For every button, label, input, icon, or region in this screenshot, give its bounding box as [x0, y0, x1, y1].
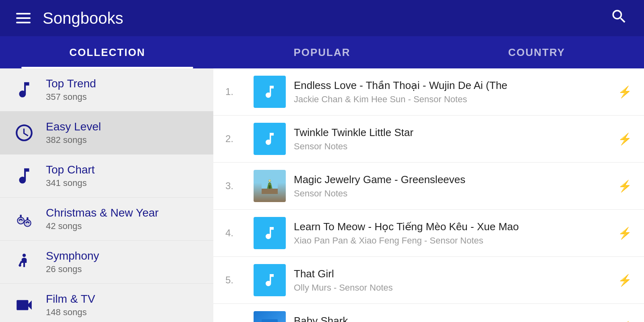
song-number: 5. — [225, 275, 246, 286]
sidebar-item-easy-level[interactable]: Easy Level 382 songs — [0, 111, 213, 155]
song-artist: Sensor Notes — [294, 141, 610, 152]
song-artist: Olly Murs - Sensor Notes — [294, 283, 610, 293]
svg-rect-13 — [262, 319, 278, 322]
song-item-1[interactable]: 1. Endless Love - Thần Thoại - Wujin De … — [213, 68, 644, 116]
svg-point-6 — [23, 254, 26, 257]
song-thumbnail — [254, 123, 286, 155]
song-artist: Sensor Notes — [294, 188, 610, 199]
song-thumbnail — [254, 264, 286, 296]
song-number: 4. — [225, 227, 246, 239]
sidebar-item-top-chart[interactable]: Top Chart 341 songs — [0, 155, 213, 198]
song-title: Endless Love - Thần Thoại - Wujin De Ai … — [294, 79, 610, 92]
sidebar-item-name: Symphony — [46, 250, 99, 262]
speedometer-icon — [12, 121, 36, 145]
sidebar-item-count: 26 songs — [46, 264, 99, 275]
song-number: 3. — [225, 180, 246, 192]
music-note-icon — [12, 78, 36, 102]
tab-bar: COLLECTION POPULAR COUNTRY — [0, 36, 644, 68]
sidebar-item-count: 42 songs — [46, 221, 159, 231]
song-artist: Jackie Chan & Kim Hee Sun - Sensor Notes — [294, 94, 610, 105]
svg-rect-10 — [262, 189, 278, 194]
sidebar-item-christmas[interactable]: Christmas & New Year 42 songs — [0, 198, 213, 241]
song-item-2[interactable]: 2. Twinkle Twinkle Little Star Sensor No… — [213, 116, 644, 163]
sidebar-item-count: 357 songs — [46, 92, 96, 102]
song-info: Twinkle Twinkle Little Star Sensor Notes — [294, 126, 610, 152]
sidebar: Top Trend 357 songs Easy Level 382 songs… — [0, 68, 213, 322]
sidebar-item-name: Film & TV — [46, 293, 95, 305]
song-item-4[interactable]: 4. Learn To Meow - Học Tiếng Mèo Kêu - X… — [213, 210, 644, 257]
song-item-6[interactable]: 6. BABY SHARK Baby Shark Pinkfong - Sens… — [213, 304, 644, 322]
sidebar-item-count: 148 songs — [46, 307, 95, 318]
header-left: Songbooks — [16, 9, 123, 27]
svg-point-4 — [18, 218, 24, 224]
camera-icon — [12, 293, 36, 317]
sidebar-item-count: 382 songs — [46, 135, 101, 145]
song-number: 2. — [225, 133, 246, 144]
svg-point-5 — [25, 220, 31, 226]
flash-icon: ⚡ — [618, 132, 632, 146]
song-thumbnail: BABY SHARK — [254, 311, 286, 322]
song-info: Magic Jewelry Game - Greensleeves Sensor… — [294, 173, 610, 199]
music-note2-icon — [12, 164, 36, 188]
song-number: 1. — [225, 86, 246, 97]
sidebar-item-film-tv[interactable]: Film & TV 148 songs — [0, 284, 213, 322]
search-icon[interactable] — [610, 8, 628, 29]
song-info: That Girl Olly Murs - Sensor Notes — [294, 268, 610, 293]
song-list: 1. Endless Love - Thần Thoại - Wujin De … — [213, 68, 644, 322]
sidebar-item-count: 341 songs — [46, 178, 95, 188]
song-title: Twinkle Twinkle Little Star — [294, 126, 610, 139]
song-title: Learn To Meow - Học Tiếng Mèo Kêu - Xue … — [294, 221, 610, 233]
flash-icon: ⚡ — [618, 180, 632, 193]
song-info: Baby Shark Pinkfong - Sensor Notes — [294, 315, 610, 322]
sidebar-item-name: Top Trend — [46, 77, 96, 90]
tab-country[interactable]: COUNTRY — [429, 36, 644, 68]
menu-icon[interactable] — [16, 13, 31, 23]
flash-icon: ⚡ — [618, 85, 632, 99]
main-content: Top Trend 357 songs Easy Level 382 songs… — [0, 68, 644, 322]
song-artist: Xiao Pan Pan & Xiao Feng Feng - Sensor N… — [294, 235, 610, 246]
sidebar-item-name: Easy Level — [46, 120, 101, 133]
tab-collection[interactable]: COLLECTION — [0, 36, 215, 68]
song-item-3[interactable]: 3. Magic Jewelry Game - Greensleeves Sen… — [213, 163, 644, 210]
sidebar-item-name: Christmas & New Year — [46, 206, 159, 219]
song-title: Baby Shark — [294, 315, 610, 322]
song-thumbnail — [254, 76, 286, 108]
svg-point-12 — [269, 180, 271, 182]
song-item-5[interactable]: 5. That Girl Olly Murs - Sensor Notes ⚡ — [213, 257, 644, 304]
song-title: Magic Jewelry Game - Greensleeves — [294, 173, 610, 186]
app-header: Songbooks — [0, 0, 644, 36]
app-title: Songbooks — [43, 9, 123, 27]
song-info: Endless Love - Thần Thoại - Wujin De Ai … — [294, 79, 610, 105]
song-thumbnail — [254, 170, 286, 202]
flash-icon: ⚡ — [618, 227, 632, 240]
tab-popular[interactable]: POPULAR — [215, 36, 429, 68]
sidebar-item-name: Top Chart — [46, 163, 95, 176]
flash-icon: ⚡ — [618, 321, 632, 322]
conductor-icon — [12, 250, 36, 274]
sidebar-item-symphony[interactable]: Symphony 26 songs — [0, 241, 213, 284]
svg-point-8 — [19, 264, 21, 266]
svg-rect-11 — [269, 185, 271, 188]
song-thumbnail — [254, 217, 286, 249]
ornaments-icon — [12, 207, 36, 231]
song-info: Learn To Meow - Học Tiếng Mèo Kêu - Xue … — [294, 221, 610, 246]
svg-line-7 — [20, 261, 22, 264]
flash-icon: ⚡ — [618, 274, 632, 287]
song-title: That Girl — [294, 268, 610, 280]
sidebar-item-top-trend[interactable]: Top Trend 357 songs — [0, 68, 213, 111]
